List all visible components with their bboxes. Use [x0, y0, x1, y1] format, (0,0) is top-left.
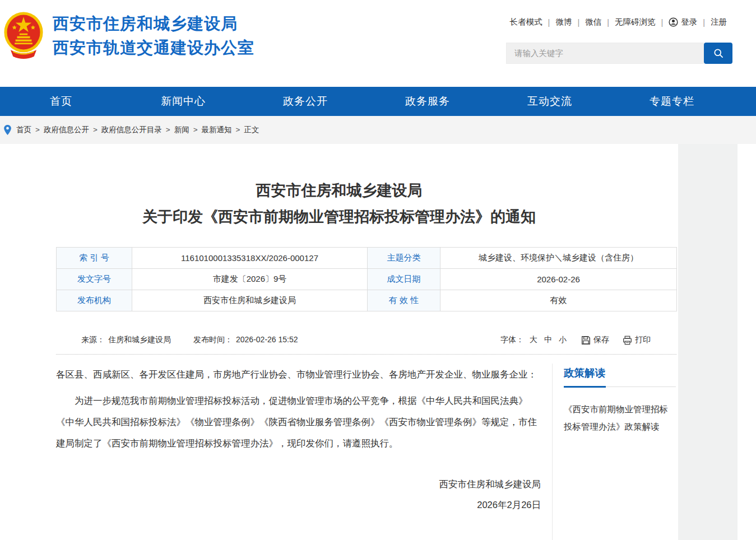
page-background-strip — [678, 144, 738, 540]
org-name-line1: 西安市住房和城乡建设局 — [53, 12, 254, 36]
search-bar — [506, 43, 732, 64]
login-link[interactable]: 登录 — [655, 17, 697, 27]
search-input[interactable] — [506, 43, 704, 64]
publish-time-label: 发布时间： — [193, 335, 233, 344]
document-meta-table: 索 引 号 1161010001335318XX/2026-000127 主题分… — [56, 247, 677, 311]
nav-item-interaction[interactable]: 互动交流 — [489, 87, 611, 116]
article-toolbar: 字体： 大 中 小 保存 — [500, 335, 651, 345]
search-icon — [713, 48, 724, 59]
accessibility-link[interactable]: 无障碍浏览 — [601, 17, 655, 27]
location-pin-icon — [3, 124, 12, 136]
wechat-link[interactable]: 微信 — [572, 17, 601, 27]
top-link-bar: 长者模式 微博 微信 无障碍浏览 登录 注册 — [506, 17, 732, 27]
print-button[interactable]: 打印 — [623, 335, 651, 345]
article-card: 西安市住房和城乡建设局 关于印发《西安市前期物业管理招标投标管理办法》的通知 索… — [0, 144, 678, 540]
breadcrumb-gov-info-catalog[interactable]: 政府信息公开目录 — [89, 125, 162, 135]
save-button[interactable]: 保存 — [581, 335, 609, 345]
source-value: 住房和城乡建设局 — [108, 335, 171, 344]
site-logo[interactable]: 西安市住房和城乡建设局 西安市轨道交通建设办公室 — [3, 11, 254, 60]
source-info: 来源：住房和城乡建设局发布时间：2026-02-26 15:52 — [81, 335, 302, 345]
breadcrumb-gov-info[interactable]: 政府信息公开 — [31, 125, 89, 135]
table-row: 索 引 号 1161010001335318XX/2026-000127 主题分… — [57, 248, 677, 269]
font-size-small-button[interactable]: 小 — [559, 335, 567, 345]
save-icon — [581, 336, 591, 345]
nav-item-gov-services[interactable]: 政务服务 — [367, 87, 489, 116]
policy-interpretation-sidebar: 政策解读 《西安市前期物业管理招标投标管理办法》政策解读 — [552, 364, 678, 540]
document-title: 西安市住房和城乡建设局 关于印发《西安市前期物业管理招标投标管理办法》的通知 — [0, 178, 678, 230]
meta-value-validity: 有效 — [440, 290, 677, 311]
meta-value-issuing-agency: 西安市住房和城乡建设局 — [132, 290, 368, 311]
font-size-medium-button[interactable]: 中 — [544, 335, 552, 345]
header-utilities: 长者模式 微博 微信 无障碍浏览 登录 注册 — [506, 17, 732, 64]
site-title: 西安市住房和城乡建设局 西安市轨道交通建设办公室 — [53, 12, 254, 60]
breadcrumb-latest-notices[interactable]: 最新通知 — [189, 125, 232, 135]
meta-label-topic-category: 主题分类 — [368, 248, 440, 269]
page-body: 西安市住房和城乡建设局 关于印发《西安市前期物业管理招标投标管理办法》的通知 索… — [0, 144, 756, 540]
right-margin — [738, 144, 756, 540]
meta-label-validity: 有 效 性 — [368, 290, 440, 311]
nav-item-special-topics[interactable]: 专题专栏 — [611, 87, 733, 116]
national-emblem-icon — [3, 11, 44, 60]
signature-date: 2026年2月26日 — [56, 499, 541, 511]
sidebar-heading-rule — [564, 387, 676, 387]
user-icon — [669, 17, 678, 27]
meta-value-doc-number: 市建发〔2026〕9号 — [132, 269, 368, 290]
meta-label-doc-number: 发文字号 — [57, 269, 132, 290]
sidebar-heading: 政策解读 — [564, 366, 678, 387]
font-size-label: 字体： — [500, 335, 524, 345]
meta-label-index-number: 索 引 号 — [57, 248, 132, 269]
site-header: 西安市住房和城乡建设局 西安市轨道交通建设办公室 长者模式 微博 微信 无障碍浏… — [0, 0, 756, 87]
document-title-line2: 关于印发《西安市前期物业管理招标投标管理办法》的通知 — [0, 204, 678, 230]
breadcrumb-news[interactable]: 新闻 — [162, 125, 189, 135]
signature-organization: 西安市住房和城乡建设局 — [56, 478, 541, 491]
breadcrumb-current-page: 正文 — [232, 125, 259, 135]
publish-time-value: 2026-02-26 15:52 — [236, 335, 298, 344]
breadcrumb-home[interactable]: 首页 — [16, 125, 31, 135]
policy-interpretation-link[interactable]: 《西安市前期物业管理招标投标管理办法》政策解读 — [564, 401, 676, 435]
article-paragraph-salutation: 各区县、西咸新区、各开发区住建局，市房地产行业协会、市物业管理行业协会、各房地产… — [56, 364, 541, 385]
article-body: 各区县、西咸新区、各开发区住建局，市房地产行业协会、市物业管理行业协会、各房地产… — [0, 364, 552, 540]
org-name-line2: 西安市轨道交通建设办公室 — [53, 36, 254, 60]
source-toolbar-row: 来源：住房和城乡建设局发布时间：2026-02-26 15:52 字体： 大 中… — [56, 335, 676, 354]
print-icon — [623, 336, 632, 345]
dotted-divider — [56, 354, 676, 355]
nav-item-news[interactable]: 新闻中心 — [122, 87, 244, 116]
document-title-line1: 西安市住房和城乡建设局 — [0, 178, 678, 204]
meta-value-index-number: 1161010001335318XX/2026-000127 — [132, 248, 368, 269]
article-layout: 各区县、西咸新区、各开发区住建局，市房地产行业协会、市物业管理行业协会、各房地产… — [0, 364, 678, 540]
meta-label-issuing-agency: 发布机构 — [57, 290, 132, 311]
meta-value-issue-date: 2026-02-26 — [440, 269, 677, 290]
article-paragraph-main: 为进一步规范我市前期物业管理招标投标活动，促进物业管理市场的公平竞争，根据《中华… — [56, 390, 541, 454]
nav-item-gov-disclosure[interactable]: 政务公开 — [244, 87, 367, 116]
table-row: 发文字号 市建发〔2026〕9号 成文日期 2026-02-26 — [57, 269, 677, 290]
main-nav: 首页 新闻中心 政务公开 政务服务 互动交流 专题专栏 — [0, 87, 756, 116]
source-label: 来源： — [81, 335, 105, 344]
table-row: 发布机构 西安市住房和城乡建设局 有 效 性 有效 — [57, 290, 677, 311]
font-size-large-button[interactable]: 大 — [530, 335, 537, 345]
meta-label-issue-date: 成文日期 — [368, 269, 440, 290]
register-link[interactable]: 注册 — [697, 17, 727, 27]
elder-mode-link[interactable]: 长者模式 — [510, 17, 542, 27]
nav-item-home[interactable]: 首页 — [0, 87, 122, 116]
breadcrumb: 首页 政府信息公开 政府信息公开目录 新闻 最新通知 正文 — [0, 116, 756, 144]
search-button[interactable] — [704, 43, 732, 64]
meta-value-topic-category: 城乡建设、环境保护＼城乡建设（含住房） — [440, 248, 677, 269]
weibo-link[interactable]: 微博 — [542, 17, 572, 27]
